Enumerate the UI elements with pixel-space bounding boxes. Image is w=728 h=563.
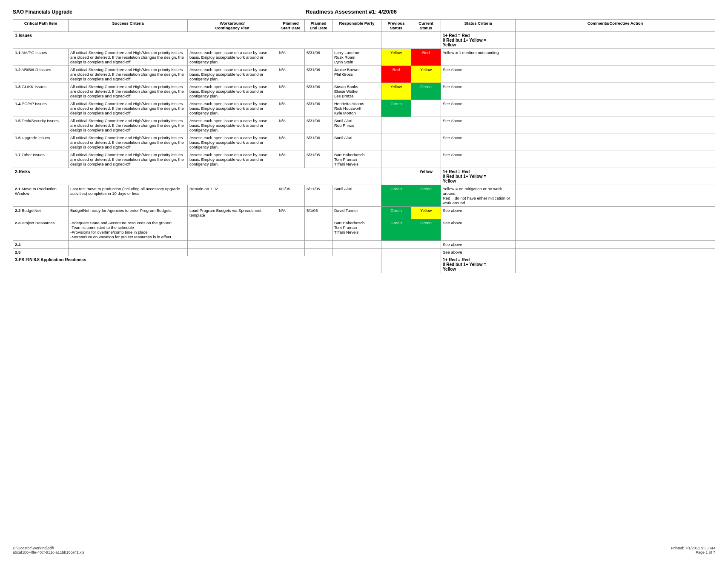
section-status-criteria: 1+ Red = Red0 Red but 1+ Yellow =Yellow bbox=[441, 32, 516, 49]
row-workaround: Assess each open issue on a case-by-case… bbox=[188, 117, 277, 134]
row-criteria: Yellow = no mitigation or no work around… bbox=[441, 185, 516, 207]
row-workaround: Assess each open issue on a case-by-case… bbox=[188, 49, 277, 66]
table-row: 1.3 GL/KK IssuesAll critical Steering Co… bbox=[13, 83, 715, 100]
table-row: 1.6 Upgrade IssuesAll critical Steering … bbox=[13, 134, 715, 151]
section-comments bbox=[516, 168, 715, 185]
table-row: 2.2 BudgetNetBudgetNet ready for Agencie… bbox=[13, 207, 715, 219]
row-curr-status bbox=[411, 241, 441, 249]
row-workaround: Assess each open issue on a case-by-case… bbox=[188, 66, 277, 83]
row-criteria: See Above bbox=[441, 117, 516, 134]
title-center: Readiness Assessment #1: 4/20/06 bbox=[72, 9, 630, 15]
col-header-curr: CurrentStatus bbox=[411, 20, 441, 32]
row-comments bbox=[516, 151, 715, 168]
row-success: All critical Steering Committee and High… bbox=[69, 100, 188, 117]
footer-left-line2: a5caf1b0-4ffe-40cf-911c-a11bb10ceff1.xls bbox=[13, 550, 84, 554]
row-start bbox=[277, 249, 305, 256]
row-end bbox=[305, 241, 332, 249]
table-row: 1.5 Tech/Security IssuesAll critical Ste… bbox=[13, 117, 715, 134]
row-success: All critical Steering Committee and High… bbox=[69, 151, 188, 168]
row-criteria: See Above bbox=[441, 66, 516, 83]
row-cpi: 2.1 Move to Production Window bbox=[13, 185, 69, 207]
footer-section-prev bbox=[381, 256, 411, 273]
row-start bbox=[277, 241, 305, 249]
row-workaround: Remain on 7.02 bbox=[188, 185, 277, 207]
row-success: BudgetNet ready for Agencies to enter Pr… bbox=[69, 207, 188, 219]
row-start: N/A bbox=[277, 207, 305, 219]
row-prev-status bbox=[381, 151, 411, 168]
row-responsible bbox=[332, 241, 381, 249]
row-success: All critical Steering Committee and High… bbox=[69, 117, 188, 134]
footer-right-line2: Page 1 of 7 bbox=[671, 550, 715, 554]
row-criteria: See Above bbox=[441, 100, 516, 117]
row-curr-status bbox=[411, 100, 441, 117]
table-row: 2.5See above bbox=[13, 249, 715, 256]
row-end: 6/11/05 bbox=[305, 185, 332, 207]
row-cpi: 1.3 GL/KK Issues bbox=[13, 83, 69, 100]
row-start: N/A bbox=[277, 49, 305, 66]
row-curr-status: Red bbox=[411, 49, 441, 66]
row-prev-status: Yellow bbox=[381, 49, 411, 66]
row-success bbox=[69, 241, 188, 249]
table-row: 2.1 Move to Production WindowLast test m… bbox=[13, 185, 715, 207]
row-end: 5/31/06 bbox=[305, 117, 332, 134]
row-curr-status bbox=[411, 117, 441, 134]
section-prev-status: Red bbox=[381, 32, 411, 49]
col-header-prev: PreviousStatus bbox=[381, 20, 411, 32]
table-row: 2.3 Project Resources-Adequate State and… bbox=[13, 219, 715, 241]
row-comments bbox=[516, 117, 715, 134]
section-status-criteria: 1+ Red = Red0 Red but 1+ Yellow =Yellow bbox=[441, 168, 516, 185]
footer-right: Printed: 7/1/2011 9:36 AM Page 1 of 7 bbox=[671, 546, 715, 554]
row-comments bbox=[516, 49, 715, 66]
section-prev-status: Green bbox=[381, 168, 411, 185]
row-success: All critical Steering Committee and High… bbox=[69, 83, 188, 100]
row-responsible: Sunil AluriRob Prinzo bbox=[332, 117, 381, 134]
row-curr-status bbox=[411, 134, 441, 151]
table-header-row: Critical Path Item Success Criteria Work… bbox=[13, 20, 715, 32]
row-workaround: Load Program Budgets via Spreadsheet tem… bbox=[188, 207, 277, 219]
row-prev-status: Yellow bbox=[381, 83, 411, 100]
row-criteria: See above bbox=[441, 249, 516, 256]
row-comments bbox=[516, 83, 715, 100]
row-responsible: Bart HaberboschTom FrumanTiffani Nevels bbox=[332, 151, 381, 168]
row-end: 5/31/06 bbox=[305, 100, 332, 117]
title-left: SAO Financials Upgrade bbox=[13, 9, 72, 15]
row-cpi: 1.7 Other Issues bbox=[13, 151, 69, 168]
row-prev-status bbox=[381, 134, 411, 151]
footer-section-comments bbox=[516, 256, 715, 273]
row-prev-status: Red bbox=[381, 66, 411, 83]
page-header: SAO Financials Upgrade Readiness Assessm… bbox=[13, 9, 715, 15]
row-success: All critical Steering Committee and High… bbox=[69, 49, 188, 66]
row-curr-status: Green bbox=[411, 219, 441, 241]
row-start: 6/2/05 bbox=[277, 185, 305, 207]
row-responsible: Henrietta AdamsRick HousworthKyle Morton bbox=[332, 100, 381, 117]
row-start: N/A bbox=[277, 100, 305, 117]
row-criteria: See Above bbox=[441, 151, 516, 168]
row-cpi: 2.3 Project Resources bbox=[13, 219, 69, 241]
footer-right-line1: Printed: 7/1/2011 9:36 AM bbox=[671, 546, 715, 550]
footer-section-curr bbox=[411, 256, 441, 273]
row-start: N/A bbox=[277, 134, 305, 151]
row-prev-status bbox=[381, 249, 411, 256]
section-label: 1-Issues bbox=[13, 32, 381, 49]
row-cpi: 2.4 bbox=[13, 241, 69, 249]
section-curr-status: Red bbox=[411, 32, 441, 49]
section-header-2-Risks: 2-RisksGreenYellow1+ Red = Red0 Red but … bbox=[13, 168, 715, 185]
row-criteria: See Above bbox=[441, 83, 516, 100]
table-row: 1.7 Other IssuesAll critical Steering Co… bbox=[13, 151, 715, 168]
footer-left-line1: D:\Docstoc\Working\pdf\ bbox=[13, 546, 84, 550]
section-header-1-Issues: 1-IssuesRedRed1+ Red = Red0 Red but 1+ Y… bbox=[13, 32, 715, 49]
row-criteria: Yellow = 1 medium outstanding bbox=[441, 49, 516, 66]
row-responsible: Larry LandrumRusk RoamLynn Stein bbox=[332, 49, 381, 66]
row-curr-status: Yellow bbox=[411, 66, 441, 83]
row-cpi: 1.4 PO/AP Issues bbox=[13, 100, 69, 117]
row-start: N/A bbox=[277, 151, 305, 168]
row-end: 5/31/06 bbox=[305, 83, 332, 100]
row-end: 5/31/06 bbox=[305, 49, 332, 66]
row-criteria: See Above bbox=[441, 134, 516, 151]
row-criteria: See above bbox=[441, 207, 516, 219]
row-responsible: Bart HaberboschTom FrumanTiffani Nevels bbox=[332, 219, 381, 241]
row-prev-status bbox=[381, 117, 411, 134]
footer-left: D:\Docstoc\Working\pdf\ a5caf1b0-4ffe-40… bbox=[13, 546, 84, 554]
section-label: 2-Risks bbox=[13, 168, 381, 185]
row-workaround: Assess each open issue on a case-by-case… bbox=[188, 151, 277, 168]
